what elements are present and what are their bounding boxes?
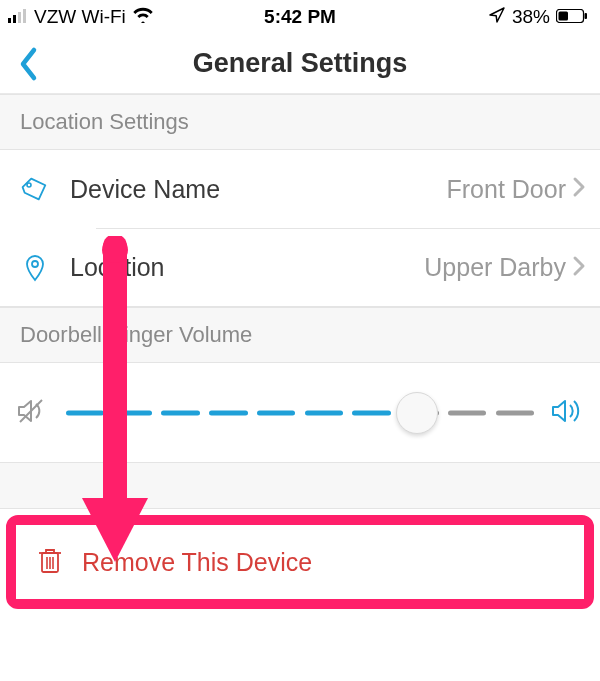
svg-rect-6: [559, 12, 569, 21]
pin-icon: [20, 253, 56, 283]
device-name-label: Device Name: [70, 175, 220, 204]
svg-point-8: [32, 261, 38, 267]
battery-icon: [556, 6, 588, 28]
back-button[interactable]: [6, 34, 52, 93]
status-bar: VZW Wi-Fi 5:42 PM 38%: [0, 0, 600, 34]
row-location[interactable]: Location Upper Darby: [0, 229, 600, 307]
volume-up-icon[interactable]: [550, 396, 584, 430]
svg-rect-2: [18, 12, 21, 23]
section-header-location: Location Settings: [0, 94, 600, 150]
battery-pct: 38%: [512, 6, 550, 28]
svg-rect-5: [585, 13, 588, 19]
trash-icon: [36, 545, 64, 579]
row-device-name[interactable]: Device Name Front Door: [0, 150, 600, 228]
tag-icon: [20, 174, 56, 204]
svg-rect-3: [23, 9, 26, 23]
status-left: VZW Wi-Fi: [8, 6, 154, 28]
remove-area: Remove This Device: [0, 515, 600, 609]
svg-rect-1: [13, 15, 16, 23]
highlight-box: Remove This Device: [6, 515, 594, 609]
location-label: Location: [70, 253, 165, 282]
status-right: 38%: [488, 6, 588, 29]
svg-point-7: [27, 183, 31, 187]
chevron-left-icon: [18, 46, 40, 82]
spacer: [0, 463, 600, 509]
cellular-signal-icon: [8, 6, 28, 28]
chevron-right-icon: [572, 176, 586, 202]
nav-bar: General Settings: [0, 34, 600, 94]
chevron-right-icon: [572, 255, 586, 281]
volume-slider[interactable]: [66, 393, 534, 433]
slider-thumb[interactable]: [396, 392, 438, 434]
device-name-value: Front Door: [447, 175, 566, 204]
location-arrow-icon: [488, 6, 506, 29]
carrier-label: VZW Wi-Fi: [34, 6, 126, 28]
location-value: Upper Darby: [424, 253, 566, 282]
remove-device-label: Remove This Device: [82, 548, 312, 577]
remove-device-button[interactable]: Remove This Device: [16, 525, 584, 599]
wifi-icon: [132, 6, 154, 28]
page-title: General Settings: [193, 48, 408, 79]
svg-rect-0: [8, 18, 11, 23]
volume-row: [0, 363, 600, 463]
section-header-volume: Doorbell Ringer Volume: [0, 307, 600, 363]
volume-mute-icon[interactable]: [16, 396, 50, 430]
